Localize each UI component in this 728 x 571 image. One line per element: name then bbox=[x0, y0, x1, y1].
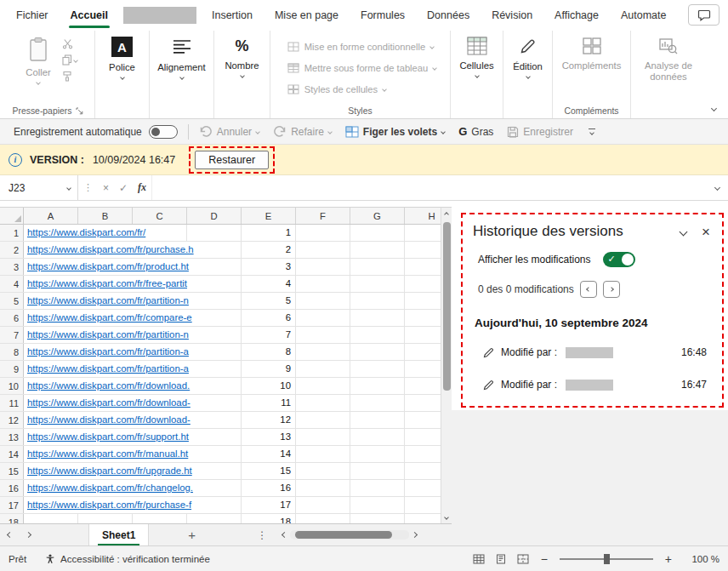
vertical-scrollbar-thumb[interactable] bbox=[443, 222, 451, 391]
menu-tab-redacted[interactable] bbox=[123, 7, 196, 24]
value-cell[interactable]: 18 bbox=[242, 514, 295, 523]
show-changes-toggle[interactable]: ✓ bbox=[603, 252, 635, 267]
horizontal-scrollbar[interactable] bbox=[290, 530, 409, 540]
scroll-left-icon[interactable] bbox=[282, 533, 287, 537]
url-cell[interactable]: https://www.diskpart.com/fr/purchase-f bbox=[24, 497, 194, 513]
value-cell[interactable]: 8 bbox=[242, 344, 295, 360]
url-cell[interactable]: https://www.diskpart.com/fr/partition-n bbox=[24, 293, 191, 309]
url-cell[interactable]: https://www.diskpart.com/fr/free-partit bbox=[24, 276, 190, 292]
vertical-scrollbar[interactable] bbox=[441, 207, 452, 523]
sheet-nav-right-button[interactable] bbox=[19, 533, 37, 537]
cut-button[interactable] bbox=[62, 38, 77, 49]
column-header-d[interactable]: D bbox=[187, 208, 242, 224]
value-cell[interactable]: 12 bbox=[242, 412, 295, 428]
name-box[interactable]: J23 bbox=[0, 175, 78, 200]
row-header[interactable]: 11 bbox=[0, 395, 24, 411]
insert-function-button[interactable]: fx bbox=[133, 181, 151, 194]
horizontal-scrollbar-thumb[interactable] bbox=[295, 531, 392, 539]
value-cell[interactable]: 7 bbox=[242, 327, 295, 343]
analyze-data-button[interactable]: Analyse de données bbox=[634, 35, 702, 103]
row-header[interactable]: 6 bbox=[0, 310, 24, 326]
page-layout-view-button[interactable] bbox=[495, 554, 507, 564]
menu-tab-fichier[interactable]: Fichier bbox=[5, 0, 60, 31]
toolbar-overflow-button[interactable] bbox=[589, 128, 595, 135]
zoom-percent[interactable]: 100 % bbox=[684, 554, 719, 564]
row-header[interactable]: 17 bbox=[0, 497, 24, 513]
sheet-nav-left-button[interactable] bbox=[0, 533, 19, 537]
row-header[interactable]: 2 bbox=[0, 242, 24, 258]
addins-button[interactable]: Compléments bbox=[561, 35, 623, 103]
add-sheet-button[interactable]: + bbox=[188, 528, 196, 541]
accessibility-status[interactable]: Accessibilité : vérification terminée bbox=[45, 554, 210, 564]
sheet-options-icon[interactable]: ⋮ bbox=[257, 529, 267, 541]
bold-button[interactable]: G Gras bbox=[452, 125, 500, 138]
row-header[interactable]: 7 bbox=[0, 327, 24, 343]
url-cell[interactable]: https://www.diskpart.com/fr/download- bbox=[24, 395, 193, 411]
zoom-slider[interactable] bbox=[560, 558, 653, 560]
value-cell[interactable]: 3 bbox=[242, 259, 295, 275]
url-cell[interactable]: https://www.diskpart.com/fr/partition-a bbox=[24, 361, 191, 377]
autosave-toggle[interactable]: Enregistrement automatique bbox=[7, 125, 185, 139]
paste-button[interactable]: Coller bbox=[19, 35, 58, 103]
value-cell[interactable]: 9 bbox=[242, 361, 295, 377]
url-cell[interactable]: https://www.diskpart.com/fr/partition-a bbox=[24, 344, 191, 360]
row-header[interactable]: 3 bbox=[0, 259, 24, 275]
previous-change-button[interactable] bbox=[580, 281, 597, 298]
collapse-ribbon-icon[interactable] bbox=[711, 106, 717, 111]
next-change-button[interactable] bbox=[603, 281, 620, 298]
dialog-launcher-icon[interactable] bbox=[76, 107, 83, 115]
column-header-h[interactable]: H bbox=[405, 208, 441, 224]
url-cell[interactable]: https://www.diskpart.com/fr/download- bbox=[24, 412, 193, 428]
undo-button[interactable]: Annuler bbox=[192, 126, 266, 138]
column-header-g[interactable]: G bbox=[350, 208, 405, 224]
row-header[interactable]: 9 bbox=[0, 361, 24, 377]
font-button[interactable]: A Police bbox=[99, 35, 145, 103]
value-cell[interactable]: 4 bbox=[242, 276, 295, 292]
row-header[interactable]: 10 bbox=[0, 378, 24, 394]
value-cell[interactable]: 2 bbox=[242, 242, 295, 258]
menu-tab-formules[interactable]: Formules bbox=[350, 0, 416, 31]
freeze-panes-button[interactable]: Figer les volets bbox=[338, 126, 452, 138]
row-header[interactable]: 8 bbox=[0, 344, 24, 360]
normal-view-button[interactable] bbox=[473, 554, 485, 564]
cancel-entry-button[interactable]: × bbox=[98, 182, 114, 194]
value-cell[interactable]: 15 bbox=[242, 463, 295, 479]
zoom-out-button[interactable]: − bbox=[539, 552, 549, 566]
sheet-tab-sheet1[interactable]: Sheet1 bbox=[88, 524, 149, 545]
value-cell[interactable]: 17 bbox=[242, 497, 295, 513]
version-entry[interactable]: Modifié par :16:48 bbox=[473, 336, 712, 368]
url-cell[interactable]: https://www.diskpart.com/fr/ bbox=[24, 225, 148, 241]
feedback-button[interactable] bbox=[688, 4, 719, 26]
save-button[interactable]: Enregistrer bbox=[500, 126, 580, 138]
column-header-c[interactable]: C bbox=[133, 208, 187, 224]
format-painter-button[interactable] bbox=[62, 71, 77, 82]
url-cell[interactable]: https://www.diskpart.com/fr/changelog. bbox=[24, 480, 196, 496]
row-header[interactable]: 14 bbox=[0, 446, 24, 462]
menu-tab-accueil[interactable]: Accueil bbox=[60, 0, 119, 31]
menu-tab-affichage[interactable]: Affichage bbox=[543, 0, 610, 31]
url-cell[interactable]: https://www.diskpart.com/fr/upgrade.ht bbox=[24, 463, 195, 479]
row-header[interactable]: 13 bbox=[0, 429, 24, 445]
url-cell[interactable]: https://www.diskpart.com/fr/partition-n bbox=[24, 327, 191, 343]
row-header[interactable]: 5 bbox=[0, 293, 24, 309]
copy-button[interactable] bbox=[62, 54, 77, 66]
value-cell[interactable]: 16 bbox=[242, 480, 295, 496]
url-cell[interactable]: https://www.diskpart.com/fr/download. bbox=[24, 378, 192, 394]
row-header[interactable]: 15 bbox=[0, 463, 24, 479]
value-cell[interactable]: 11 bbox=[242, 395, 295, 411]
scroll-right-icon[interactable] bbox=[412, 533, 417, 537]
value-cell[interactable]: 1 bbox=[242, 225, 295, 241]
value-cell[interactable]: 14 bbox=[242, 446, 295, 462]
enter-entry-button[interactable]: ✓ bbox=[114, 182, 133, 194]
url-cell[interactable]: https://www.diskpart.com/fr/support.ht bbox=[24, 429, 191, 445]
value-cell[interactable]: 13 bbox=[242, 429, 295, 445]
page-break-view-button[interactable] bbox=[517, 554, 529, 564]
cell-styles-button[interactable]: Styles de cellules bbox=[284, 78, 437, 100]
url-cell[interactable]: https://www.diskpart.com/fr/compare-e bbox=[24, 310, 195, 326]
cells-button[interactable]: Cellules bbox=[454, 35, 499, 103]
zoom-slider-knob[interactable] bbox=[604, 554, 610, 564]
url-cell[interactable]: https://www.diskpart.com/fr/manual.ht bbox=[24, 446, 191, 462]
url-cell[interactable]: https://www.diskpart.com/fr/product.ht bbox=[24, 259, 191, 275]
menu-tab-automate[interactable]: Automate bbox=[610, 0, 678, 31]
version-entry[interactable]: Modifié par :16:47 bbox=[473, 368, 712, 401]
